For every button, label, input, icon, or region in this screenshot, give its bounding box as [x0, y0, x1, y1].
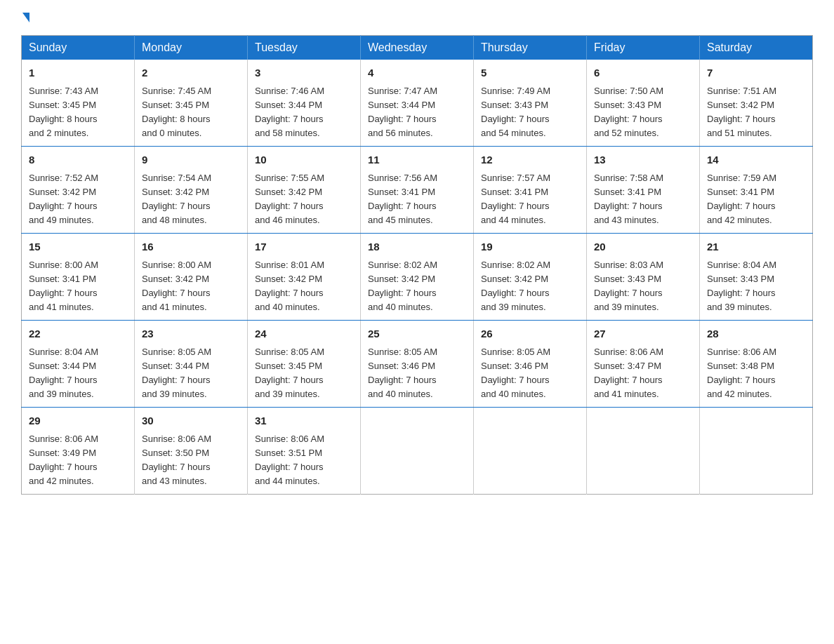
table-row: 11 Sunrise: 7:56 AMSunset: 3:41 PMDaylig… [361, 147, 474, 234]
day-number: 29 [29, 413, 127, 429]
day-number: 31 [255, 413, 353, 429]
table-row: 14 Sunrise: 7:59 AMSunset: 3:41 PMDaylig… [700, 147, 813, 234]
table-row: 23 Sunrise: 8:05 AMSunset: 3:44 PMDaylig… [135, 321, 248, 408]
calendar-week-row: 29 Sunrise: 8:06 AMSunset: 3:49 PMDaylig… [22, 408, 813, 495]
day-number: 12 [481, 152, 579, 168]
day-info: Sunrise: 7:43 AMSunset: 3:45 PMDaylight:… [29, 86, 98, 138]
table-row: 15 Sunrise: 8:00 AMSunset: 3:41 PMDaylig… [22, 234, 135, 321]
day-info: Sunrise: 8:02 AMSunset: 3:42 PMDaylight:… [368, 260, 437, 312]
day-number: 19 [481, 239, 579, 255]
day-info: Sunrise: 7:54 AMSunset: 3:42 PMDaylight:… [142, 173, 211, 225]
day-info: Sunrise: 8:06 AMSunset: 3:51 PMDaylight:… [255, 434, 324, 486]
table-row: 13 Sunrise: 7:58 AMSunset: 3:41 PMDaylig… [587, 147, 700, 234]
calendar-week-row: 1 Sunrise: 7:43 AMSunset: 3:45 PMDayligh… [22, 60, 813, 147]
day-info: Sunrise: 8:06 AMSunset: 3:50 PMDaylight:… [142, 434, 211, 486]
table-row: 8 Sunrise: 7:52 AMSunset: 3:42 PMDayligh… [22, 147, 135, 234]
day-info: Sunrise: 7:50 AMSunset: 3:43 PMDaylight:… [594, 86, 663, 138]
day-number: 30 [142, 413, 240, 429]
header-saturday: Saturday [700, 36, 813, 60]
table-row: 31 Sunrise: 8:06 AMSunset: 3:51 PMDaylig… [248, 408, 361, 495]
table-row [474, 408, 587, 495]
day-number: 16 [142, 239, 240, 255]
day-info: Sunrise: 7:52 AMSunset: 3:42 PMDaylight:… [29, 173, 98, 225]
day-number: 11 [368, 152, 466, 168]
day-number: 7 [707, 65, 805, 81]
calendar-table: Sunday Monday Tuesday Wednesday Thursday… [21, 35, 813, 495]
day-info: Sunrise: 7:49 AMSunset: 3:43 PMDaylight:… [481, 86, 550, 138]
day-info: Sunrise: 7:46 AMSunset: 3:44 PMDaylight:… [255, 86, 324, 138]
table-row: 28 Sunrise: 8:06 AMSunset: 3:48 PMDaylig… [700, 321, 813, 408]
day-info: Sunrise: 8:06 AMSunset: 3:49 PMDaylight:… [29, 434, 98, 486]
day-number: 1 [29, 65, 127, 81]
table-row: 22 Sunrise: 8:04 AMSunset: 3:44 PMDaylig… [22, 321, 135, 408]
day-info: Sunrise: 8:00 AMSunset: 3:41 PMDaylight:… [29, 260, 98, 312]
day-info: Sunrise: 8:04 AMSunset: 3:43 PMDaylight:… [707, 260, 776, 312]
day-number: 13 [594, 152, 692, 168]
calendar-week-row: 15 Sunrise: 8:00 AMSunset: 3:41 PMDaylig… [22, 234, 813, 321]
day-number: 23 [142, 326, 240, 342]
day-info: Sunrise: 7:55 AMSunset: 3:42 PMDaylight:… [255, 173, 324, 225]
day-info: Sunrise: 8:04 AMSunset: 3:44 PMDaylight:… [29, 347, 98, 399]
header-tuesday: Tuesday [248, 36, 361, 60]
table-row: 20 Sunrise: 8:03 AMSunset: 3:43 PMDaylig… [587, 234, 700, 321]
day-info: Sunrise: 7:59 AMSunset: 3:41 PMDaylight:… [707, 173, 776, 225]
table-row: 27 Sunrise: 8:06 AMSunset: 3:47 PMDaylig… [587, 321, 700, 408]
day-number: 4 [368, 65, 466, 81]
table-row: 26 Sunrise: 8:05 AMSunset: 3:46 PMDaylig… [474, 321, 587, 408]
table-row [587, 408, 700, 495]
day-number: 22 [29, 326, 127, 342]
day-number: 17 [255, 239, 353, 255]
day-number: 27 [594, 326, 692, 342]
day-info: Sunrise: 8:06 AMSunset: 3:47 PMDaylight:… [594, 347, 663, 399]
table-row: 19 Sunrise: 8:02 AMSunset: 3:42 PMDaylig… [474, 234, 587, 321]
day-info: Sunrise: 7:47 AMSunset: 3:44 PMDaylight:… [368, 86, 437, 138]
table-row: 18 Sunrise: 8:02 AMSunset: 3:42 PMDaylig… [361, 234, 474, 321]
header [21, 14, 813, 24]
day-info: Sunrise: 7:45 AMSunset: 3:45 PMDaylight:… [142, 86, 211, 138]
day-number: 21 [707, 239, 805, 255]
table-row: 21 Sunrise: 8:04 AMSunset: 3:43 PMDaylig… [700, 234, 813, 321]
day-number: 8 [29, 152, 127, 168]
day-info: Sunrise: 7:56 AMSunset: 3:41 PMDaylight:… [368, 173, 437, 225]
day-info: Sunrise: 8:01 AMSunset: 3:42 PMDaylight:… [255, 260, 324, 312]
table-row: 3 Sunrise: 7:46 AMSunset: 3:44 PMDayligh… [248, 60, 361, 147]
day-info: Sunrise: 7:57 AMSunset: 3:41 PMDaylight:… [481, 173, 550, 225]
table-row: 4 Sunrise: 7:47 AMSunset: 3:44 PMDayligh… [361, 60, 474, 147]
table-row: 10 Sunrise: 7:55 AMSunset: 3:42 PMDaylig… [248, 147, 361, 234]
table-row [361, 408, 474, 495]
table-row: 16 Sunrise: 8:00 AMSunset: 3:42 PMDaylig… [135, 234, 248, 321]
day-number: 18 [368, 239, 466, 255]
logo-arrow-icon [22, 13, 29, 22]
table-row: 2 Sunrise: 7:45 AMSunset: 3:45 PMDayligh… [135, 60, 248, 147]
calendar-week-row: 22 Sunrise: 8:04 AMSunset: 3:44 PMDaylig… [22, 321, 813, 408]
day-number: 10 [255, 152, 353, 168]
header-monday: Monday [135, 36, 248, 60]
header-sunday: Sunday [22, 36, 135, 60]
table-row: 7 Sunrise: 7:51 AMSunset: 3:42 PMDayligh… [700, 60, 813, 147]
day-number: 28 [707, 326, 805, 342]
day-info: Sunrise: 8:05 AMSunset: 3:46 PMDaylight:… [368, 347, 437, 399]
table-row: 24 Sunrise: 8:05 AMSunset: 3:45 PMDaylig… [248, 321, 361, 408]
day-number: 26 [481, 326, 579, 342]
table-row: 17 Sunrise: 8:01 AMSunset: 3:42 PMDaylig… [248, 234, 361, 321]
table-row: 5 Sunrise: 7:49 AMSunset: 3:43 PMDayligh… [474, 60, 587, 147]
header-thursday: Thursday [474, 36, 587, 60]
day-number: 24 [255, 326, 353, 342]
table-row: 6 Sunrise: 7:50 AMSunset: 3:43 PMDayligh… [587, 60, 700, 147]
day-number: 15 [29, 239, 127, 255]
logo [21, 14, 29, 24]
day-info: Sunrise: 8:06 AMSunset: 3:48 PMDaylight:… [707, 347, 776, 399]
day-number: 25 [368, 326, 466, 342]
day-info: Sunrise: 8:05 AMSunset: 3:45 PMDaylight:… [255, 347, 324, 399]
weekday-header-row: Sunday Monday Tuesday Wednesday Thursday… [22, 36, 813, 60]
day-number: 20 [594, 239, 692, 255]
table-row [700, 408, 813, 495]
calendar-week-row: 8 Sunrise: 7:52 AMSunset: 3:42 PMDayligh… [22, 147, 813, 234]
day-info: Sunrise: 8:02 AMSunset: 3:42 PMDaylight:… [481, 260, 550, 312]
day-number: 5 [481, 65, 579, 81]
day-number: 3 [255, 65, 353, 81]
day-info: Sunrise: 8:05 AMSunset: 3:46 PMDaylight:… [481, 347, 550, 399]
table-row: 12 Sunrise: 7:57 AMSunset: 3:41 PMDaylig… [474, 147, 587, 234]
day-number: 6 [594, 65, 692, 81]
day-info: Sunrise: 7:58 AMSunset: 3:41 PMDaylight:… [594, 173, 663, 225]
